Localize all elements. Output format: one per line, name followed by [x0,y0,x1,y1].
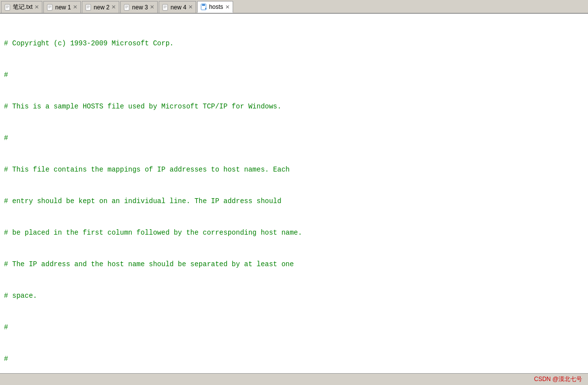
watermark-text: CSDN @漠北七号 [534,375,582,384]
line-2: # [4,70,584,81]
editor-content: # Copyright (c) 1993-2009 Microsoft Corp… [4,16,584,373]
close-icon[interactable]: ✕ [225,4,230,10]
editor-area[interactable]: # Copyright (c) 1993-2009 Microsoft Corp… [0,14,588,373]
line-1: # Copyright (c) 1993-2009 Microsoft Corp… [4,38,584,49]
tab-notes[interactable]: 笔记.txt ✕ [1,1,42,13]
line-8: # The IP address and the host name shoul… [4,259,584,270]
close-icon[interactable]: ✕ [150,4,154,10]
file-icon [124,4,131,11]
file-icon [85,4,92,11]
tab-new1[interactable]: new 1 ✕ [43,1,81,13]
svg-rect-4 [47,4,52,10]
line-5: # This file contains the mappings of IP … [4,165,584,175]
file-icon [47,4,54,11]
svg-rect-22 [205,8,207,9]
line-6: # entry should be kept on an individual … [4,196,584,207]
tab-label: new 4 [171,4,186,11]
svg-rect-8 [86,4,91,10]
line-10: # [4,322,584,333]
tab-label: 笔记.txt [13,3,33,11]
tab-hosts[interactable]: hosts ✕ [197,1,233,13]
close-icon[interactable]: ✕ [111,4,116,10]
line-4: # [4,133,584,144]
status-bar: CSDN @漠北七号 [0,373,588,385]
close-icon[interactable]: ✕ [188,4,193,10]
tab-bar: 笔记.txt ✕ new 1 ✕ new 2 ✕ new 3 ✕ new 4 ✕… [0,0,588,14]
svg-rect-16 [163,4,168,10]
close-icon[interactable]: ✕ [35,4,39,10]
tab-label: hosts [209,3,223,10]
file-icon [162,4,169,11]
line-7: # be placed in the first column followed… [4,228,584,239]
file-save-icon [201,3,208,10]
tab-new2[interactable]: new 2 ✕ [82,1,119,13]
svg-rect-0 [5,4,10,10]
tab-label: new 2 [94,4,109,11]
svg-rect-12 [124,4,129,10]
svg-rect-21 [202,4,205,6]
tab-label: new 1 [55,4,71,11]
tab-new3[interactable]: new 3 ✕ [120,1,158,13]
line-9: # space. [4,291,584,302]
line-11: # [4,354,584,365]
tab-new4[interactable]: new 4 ✕ [159,1,196,13]
close-icon[interactable]: ✕ [73,4,77,10]
line-3: # This is a sample HOSTS file used by Mi… [4,102,584,112]
tab-label: new 3 [132,4,148,11]
file-icon [4,4,11,11]
